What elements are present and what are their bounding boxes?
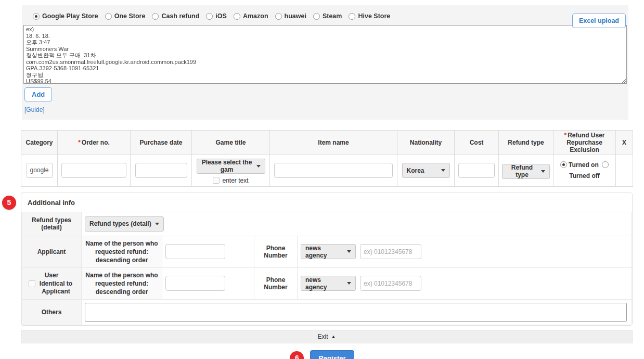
identical-label: Identical to Applicant: [37, 280, 75, 296]
applicant-row: Applicant Name of the person who request…: [22, 236, 632, 267]
step-5-badge: 5: [2, 196, 16, 210]
user-phone-input[interactable]: [360, 276, 421, 291]
header-category: Category: [21, 131, 58, 155]
header-purchase-date: Purchase date: [131, 131, 192, 155]
order-no-input[interactable]: [61, 163, 126, 178]
refund-types-dropdown[interactable]: Refund types (detail): [85, 216, 164, 232]
checkbox-icon: [213, 177, 220, 184]
header-item-name: Item name: [270, 131, 397, 155]
radio-icon: [313, 13, 320, 20]
refund-types-dropdown-label: Refund types (detail): [89, 220, 151, 227]
user-name-input[interactable]: [165, 276, 225, 291]
radio-icon: [275, 13, 282, 20]
item-name-input[interactable]: [274, 163, 393, 178]
additional-info-section: 5 Additional info Refund types (detail) …: [21, 193, 633, 326]
store-option-amazon[interactable]: Amazon: [234, 12, 268, 20]
chevron-down-icon: [256, 165, 261, 168]
refund-register-page: Google Play Store One Store Cash refund …: [0, 0, 644, 359]
chevron-down-icon: [541, 170, 545, 173]
applicant-phone-input[interactable]: [360, 244, 421, 259]
header-nationality: Nationality: [397, 131, 455, 155]
user-row: User Identical to Applicant Name of the …: [22, 267, 632, 299]
nationality-cell: Korea: [397, 155, 455, 187]
applicant-label: Applicant: [22, 236, 82, 267]
header-repurchase-exclusion: *Refund User Repurchase Exclusion: [553, 131, 616, 155]
game-title-cell: Please select the gam enter text: [192, 155, 270, 187]
applicant-carrier-dropdown-label: news agency: [305, 245, 343, 259]
store-option-label: Steam: [323, 12, 342, 20]
nationality-dropdown[interactable]: Korea: [402, 163, 450, 178]
store-option-google-play-store[interactable]: Google Play Store: [33, 12, 98, 20]
applicant-name-label: Name of the person who requested refund:…: [82, 236, 162, 267]
guide-link[interactable]: [Guide]: [24, 106, 627, 113]
refund-type-dropdown[interactable]: Refund type: [502, 164, 550, 179]
purchase-date-input[interactable]: [135, 163, 187, 178]
user-carrier-dropdown[interactable]: news agency: [301, 276, 356, 291]
additional-info-title: Additional info: [21, 193, 632, 212]
radio-icon: [105, 13, 112, 20]
receipt-paste-textarea[interactable]: ex) 18. 6. 18. 오후 3:47 Summoners War 형상변…: [23, 25, 627, 84]
user-name-cell: [162, 267, 254, 299]
refund-types-row: Refund types (detail) Refund types (deta…: [22, 212, 632, 236]
store-selector: Google Play Store One Store Cash refund …: [33, 12, 627, 20]
user-phone-cell: news agency: [298, 267, 632, 299]
others-label: Others: [22, 299, 82, 325]
refund-types-cell: Refund types (detail): [82, 212, 632, 236]
others-cell: [82, 299, 632, 325]
category-value: google: [27, 163, 53, 178]
refund-types-label: Refund types (detail): [22, 212, 82, 236]
store-option-label: One Store: [114, 12, 146, 20]
register-button[interactable]: Register: [310, 350, 354, 359]
exit-label: Exit: [318, 333, 328, 340]
store-option-steam[interactable]: Steam: [313, 12, 342, 20]
store-option-hive-store[interactable]: Hive Store: [349, 12, 390, 20]
store-option-label: Cash refund: [161, 12, 199, 20]
game-title-dropdown[interactable]: Please select the gam: [197, 159, 265, 174]
chevron-down-icon: [155, 223, 159, 225]
game-title-dropdown-label: Please select the gam: [201, 159, 253, 173]
repurchase-exclusion-cell: Turned on Turned off: [553, 155, 616, 187]
store-option-label: huawei: [285, 12, 306, 20]
others-input[interactable]: [85, 303, 627, 322]
additional-info-table: Refund types (detail) Refund types (deta…: [21, 212, 632, 325]
header-delete-column[interactable]: X: [616, 131, 633, 155]
order-no-cell: [58, 155, 131, 187]
header-refund-type: Refund type: [499, 131, 553, 155]
required-mark: *: [78, 139, 81, 146]
cost-cell: [455, 155, 499, 187]
applicant-name-input[interactable]: [165, 244, 225, 259]
user-name-label: Name of the person who requested refund:…: [82, 267, 162, 299]
radio-icon: [152, 13, 159, 20]
chevron-down-icon: [347, 282, 351, 285]
exit-collapse-bar[interactable]: Exit ▲: [21, 330, 633, 343]
enter-text-option[interactable]: enter text: [194, 177, 267, 184]
store-option-cash-refund[interactable]: Cash refund: [152, 12, 199, 20]
header-game-title: Game title: [192, 131, 270, 155]
turned-on-label: Turned on: [569, 161, 599, 169]
orders-header-row: Category *Order no. Purchase date Game t…: [21, 131, 633, 155]
store-option-label: Hive Store: [358, 12, 390, 20]
register-section: 6 Register: [0, 350, 644, 359]
turned-on-radio[interactable]: [560, 161, 567, 168]
store-option-huawei[interactable]: huawei: [275, 12, 306, 20]
user-label: User: [25, 272, 78, 279]
user-phone-label: Phone Number: [254, 267, 298, 299]
item-name-cell: [270, 155, 397, 187]
turned-off-radio[interactable]: [602, 161, 609, 168]
required-mark: *: [564, 132, 566, 139]
radio-icon: [349, 13, 355, 20]
store-option-ios[interactable]: iOS: [206, 12, 227, 20]
checkbox-icon: [29, 280, 35, 287]
applicant-phone-cell: news agency: [298, 236, 632, 267]
cost-input[interactable]: [458, 163, 495, 178]
others-row: Others: [22, 299, 632, 325]
store-option-label: Amazon: [243, 12, 268, 20]
delete-row-cell: [616, 155, 633, 187]
add-button[interactable]: Add: [24, 87, 52, 101]
store-option-label: iOS: [215, 12, 227, 20]
category-cell: google: [21, 155, 58, 187]
identical-to-applicant-option[interactable]: Identical to Applicant: [25, 280, 78, 296]
excel-upload-button[interactable]: Excel upload: [572, 14, 626, 28]
applicant-carrier-dropdown[interactable]: news agency: [301, 244, 356, 259]
store-option-one-store[interactable]: One Store: [105, 12, 146, 20]
